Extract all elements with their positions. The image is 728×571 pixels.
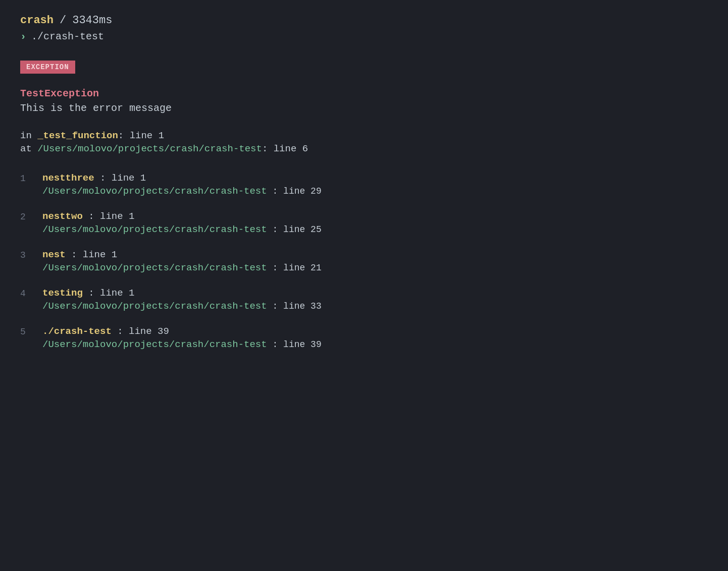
stack-frame-path-suffix: : line 39 — [267, 339, 322, 350]
crash-label: crash — [20, 14, 54, 27]
stack-frame-path-suffix: : line 25 — [267, 224, 322, 235]
stack-frame-path-suffix: : line 29 — [267, 186, 322, 196]
stack-frame-path-line: /Users/molovo/projects/crash/crash-test … — [42, 224, 322, 235]
location-at-line: at /Users/molovo/projects/crash/crash-te… — [20, 143, 708, 154]
chevron-icon: › — [20, 31, 26, 42]
stack-frame-path: /Users/molovo/projects/crash/crash-test — [42, 339, 267, 350]
stack-frame-1: 1nestthree : line 1/Users/molovo/project… — [20, 173, 708, 197]
stack-frame-number: 1 — [20, 174, 30, 184]
location-colon2: : line 6 — [262, 143, 308, 154]
stack-frame-5: 5./crash-test : line 39/Users/molovo/pro… — [20, 326, 708, 350]
stack-frame-func-line: testing : line 1 — [42, 288, 322, 299]
stack-frame-func-line: nestthree : line 1 — [42, 173, 322, 184]
stack-frame-number: 2 — [20, 212, 30, 222]
duration-label: 3343ms — [72, 14, 112, 27]
stack-frame-content: nest : line 1/Users/molovo/projects/cras… — [42, 249, 322, 273]
exception-name: TestException — [20, 88, 708, 99]
stack-frame-func-suffix: : line 39 — [112, 326, 169, 337]
stack-frame-path: /Users/molovo/projects/crash/crash-test — [42, 224, 267, 235]
stack-frame-path-line: /Users/molovo/projects/crash/crash-test … — [42, 339, 322, 350]
stack-frame-func-suffix: : line 1 — [94, 173, 146, 184]
header-title-line: crash / 3343ms — [20, 14, 708, 27]
stack-frame-func-suffix: : line 1 — [66, 249, 118, 260]
stack-frame-content: ./crash-test : line 39/Users/molovo/proj… — [42, 326, 322, 350]
stack-frame-path: /Users/molovo/projects/crash/crash-test — [42, 262, 267, 273]
stack-frame-func-suffix: : line 1 — [83, 288, 135, 299]
stack-frame-func-name: testing — [42, 288, 83, 299]
stack-frame-content: nesttwo : line 1/Users/molovo/projects/c… — [42, 211, 322, 235]
exception-message: This is the error message — [20, 102, 708, 114]
stack-frame-path-line: /Users/molovo/projects/crash/crash-test … — [42, 262, 322, 273]
stack-frame-number: 5 — [20, 327, 30, 337]
stack-frame-3: 3nest : line 1/Users/molovo/projects/cra… — [20, 249, 708, 273]
stack-frame-path: /Users/molovo/projects/crash/crash-test — [42, 186, 267, 197]
stack-frame-func-name: nestthree — [42, 173, 94, 184]
stack-frame-path: /Users/molovo/projects/crash/crash-test — [42, 301, 267, 312]
at-keyword: at — [20, 143, 37, 154]
location-colon1: : line 1 — [118, 130, 164, 141]
stack-frame-number: 3 — [20, 250, 30, 260]
stack-frame-path-line: /Users/molovo/projects/crash/crash-test … — [42, 301, 322, 312]
location-in-line: in _test_function: line 1 — [20, 130, 708, 141]
exception-badge-label: EXCEPTION — [20, 61, 75, 74]
stack-frame-func-name: ./crash-test — [42, 326, 112, 337]
stack-trace-list: 1nestthree : line 1/Users/molovo/project… — [20, 173, 708, 350]
stack-frame-func-suffix: : line 1 — [83, 211, 135, 222]
stack-frame-number: 4 — [20, 289, 30, 299]
stack-frame-func-line: nesttwo : line 1 — [42, 211, 322, 222]
command-line: › ./crash-test — [20, 31, 708, 42]
stack-frame-func-line: ./crash-test : line 39 — [42, 326, 322, 337]
stack-frame-content: testing : line 1/Users/molovo/projects/c… — [42, 288, 322, 312]
stack-frame-path-suffix: : line 21 — [267, 263, 322, 273]
stack-frame-path-suffix: : line 33 — [267, 301, 322, 311]
stack-frame-func-name: nest — [42, 249, 66, 260]
command-text: ./crash-test — [31, 31, 104, 42]
location-block: in _test_function: line 1 at /Users/molo… — [20, 130, 708, 154]
stack-frame-4: 4testing : line 1/Users/molovo/projects/… — [20, 288, 708, 312]
location-path: /Users/molovo/projects/crash/crash-test — [37, 143, 262, 154]
stack-frame-2: 2nesttwo : line 1/Users/molovo/projects/… — [20, 211, 708, 235]
in-keyword: in — [20, 130, 37, 141]
stack-frame-func-line: nest : line 1 — [42, 249, 322, 260]
exception-badge: EXCEPTION — [20, 61, 708, 88]
separator: / — [60, 14, 66, 27]
stack-frame-path-line: /Users/molovo/projects/crash/crash-test … — [42, 186, 322, 197]
stack-frame-content: nestthree : line 1/Users/molovo/projects… — [42, 173, 322, 197]
stack-frame-func-name: nesttwo — [42, 211, 83, 222]
location-function-name: _test_function — [37, 130, 118, 141]
